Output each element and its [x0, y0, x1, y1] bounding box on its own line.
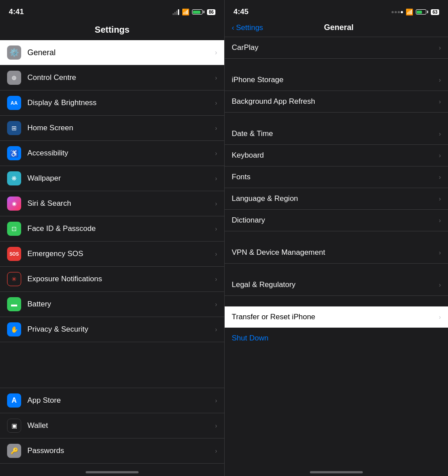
page-title-left: Settings [0, 21, 224, 40]
exposure-chevron: › [215, 276, 217, 283]
display-chevron: › [215, 99, 217, 106]
general-label: General [27, 48, 211, 57]
list-item[interactable]: VPN & Device Management › [225, 242, 448, 264]
carplay-chevron: › [439, 44, 441, 51]
list-item[interactable]: A App Store › [0, 388, 224, 413]
bar4 [178, 9, 179, 15]
general-row[interactable]: ⚙️ General › [0, 40, 224, 65]
fonts-label: Fonts [232, 173, 435, 181]
list-item[interactable]: ◉ Siri & Search › [0, 191, 224, 216]
passwords-label: Passwords [27, 446, 211, 455]
list-item[interactable]: iPhone Storage › [225, 69, 448, 91]
signal-icon [173, 9, 179, 15]
privacy-label: Privacy & Security [27, 325, 211, 334]
transfer-reset-label: Transfer or Reset iPhone [232, 313, 435, 321]
settings-list: ⊕ Control Centre › AA Display & Brightne… [0, 65, 224, 377]
control-centre-label: Control Centre [27, 73, 211, 82]
sos-chevron: › [215, 250, 217, 257]
time-right: 4:45 [233, 8, 248, 16]
back-button[interactable]: ‹ Settings [232, 23, 263, 32]
keyboard-label: Keyboard [232, 151, 435, 160]
control-centre-icon: ⊕ [7, 71, 21, 85]
carplay-label: CarPlay [232, 43, 435, 52]
status-icons-right: 📶 63 [392, 8, 439, 15]
date-time-label: Date & Time [232, 129, 435, 138]
list-item[interactable]: ▣ Wallet › [0, 413, 224, 438]
list-item[interactable]: Date & Time › [225, 123, 448, 145]
display-label: Display & Brightness [27, 98, 211, 107]
bg-refresh-label: Background App Refresh [232, 97, 435, 106]
faceid-label: Face ID & Passcode [27, 224, 211, 233]
list-item[interactable]: ▬ Battery › [0, 292, 224, 317]
list-item[interactable]: Language & Region › [225, 188, 448, 210]
battery-pct-left: 86 [207, 9, 215, 15]
siri-label: Siri & Search [27, 199, 211, 208]
list-item[interactable]: Dictionary › [225, 210, 448, 231]
faceid-icon: ⊡ [7, 222, 21, 236]
exposure-icon: ✳ [7, 272, 21, 286]
list-item[interactable]: CarPlay › [225, 37, 448, 59]
date-time-chevron: › [439, 130, 441, 137]
accessibility-label: Accessibility [27, 149, 211, 158]
list-item[interactable]: Keyboard › [225, 145, 448, 166]
section-gap-r4 [225, 264, 448, 274]
right-list: CarPlay › iPhone Storage › Background Ap… [225, 37, 448, 464]
appstore-chevron: › [215, 397, 217, 404]
list-item[interactable]: ✋ Privacy & Security › [0, 317, 224, 342]
wifi-icon: 📶 [182, 8, 189, 15]
list-item[interactable]: ⊞ Home Screen › [0, 116, 224, 141]
sos-icon: SOS [7, 247, 21, 261]
list-item[interactable]: Background App Refresh › [225, 91, 448, 113]
list-item[interactable]: Legal & Regulatory › [225, 274, 448, 296]
list-item[interactable]: SOS Emergency SOS › [0, 242, 224, 267]
list-item[interactable]: ⊡ Face ID & Passcode › [0, 216, 224, 242]
wallet-chevron: › [215, 422, 217, 429]
list-item[interactable]: AA Display & Brightness › [0, 91, 224, 116]
language-region-chevron: › [439, 195, 441, 202]
vpn-chevron: › [439, 249, 441, 256]
siri-icon: ◉ [7, 196, 21, 211]
wallet-label: Wallet [27, 421, 211, 430]
control-centre-chevron: › [215, 74, 217, 81]
battery-chevron: › [215, 301, 217, 308]
home-bar-right [310, 471, 363, 473]
legal-label: Legal & Regulatory [232, 280, 435, 289]
battery-label: Battery [27, 300, 211, 309]
sos-label: Emergency SOS [27, 249, 211, 258]
transfer-reset-chevron: › [439, 314, 441, 321]
back-chevron-icon: ‹ [232, 23, 234, 32]
dictionary-label: Dictionary [232, 216, 435, 225]
wallet-icon: ▣ [7, 419, 21, 433]
fonts-chevron: › [439, 174, 441, 181]
list-item[interactable]: Fonts › [225, 166, 448, 188]
general-icon: ⚙️ [7, 45, 21, 60]
display-icon: AA [7, 96, 21, 110]
iphone-storage-chevron: › [439, 76, 441, 83]
status-bar-left: 4:41 📶 86 [0, 0, 224, 21]
vpn-label: VPN & Device Management [232, 248, 435, 257]
bar2 [174, 12, 176, 15]
list-item[interactable]: ✳ Exposure Notifications › [0, 267, 224, 292]
appstore-label: App Store [27, 396, 211, 405]
language-region-label: Language & Region [232, 194, 435, 203]
home-bar-left [86, 471, 139, 473]
bar3 [176, 11, 177, 15]
transfer-reset-row[interactable]: Transfer or Reset iPhone › [225, 306, 448, 328]
list-item[interactable]: ❋ Wallpaper › [0, 166, 224, 191]
battery-pct-right: 63 [431, 9, 439, 15]
battery-icon-row: ▬ [7, 297, 21, 311]
home-indicator-right [225, 464, 448, 476]
exposure-label: Exposure Notifications [27, 275, 211, 283]
right-panel: 4:45 📶 63 ‹ Settings General [224, 0, 448, 476]
wallpaper-chevron: › [215, 175, 217, 182]
list-item[interactable]: ⊕ Control Centre › [0, 65, 224, 91]
faceid-chevron: › [215, 225, 217, 232]
battery-icon-right [416, 9, 428, 15]
homescreen-icon: ⊞ [7, 121, 21, 135]
list-item[interactable]: ♿ Accessibility › [0, 141, 224, 166]
section-gap [0, 377, 224, 388]
shut-down-button[interactable]: Shut Down [225, 328, 448, 349]
list-item[interactable]: 🔑 Passwords › [0, 438, 224, 464]
siri-chevron: › [215, 200, 217, 207]
dictionary-chevron: › [439, 217, 441, 224]
